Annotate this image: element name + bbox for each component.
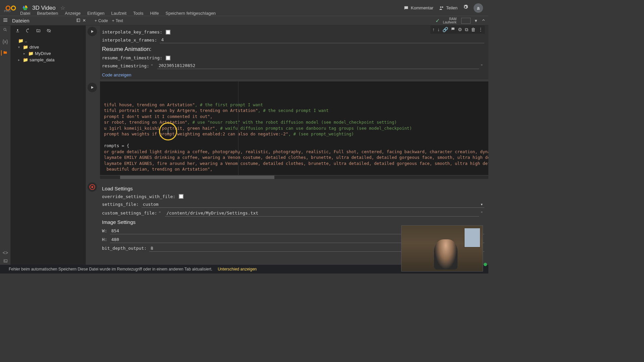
checkbox-input[interactable]: [179, 194, 183, 199]
tree-parent-dir[interactable]: 📁 ..: [13, 38, 83, 44]
folder-icon: 📁: [23, 45, 28, 50]
pro-badge: PRO: [4, 9, 11, 13]
quote: ": [480, 63, 483, 68]
save-status-error[interactable]: Speichern fehlgeschlagen: [162, 9, 219, 17]
image-settings-heading: Image Settings: [102, 219, 484, 225]
visibility-off-icon[interactable]: [47, 28, 51, 34]
form-label: interpolate_key_frames:: [102, 29, 162, 35]
code-cell-body[interactable]: tiful house, trending on Artstation", # …: [100, 81, 488, 179]
svg-point-2: [440, 6, 441, 8]
checkbox-input[interactable]: [166, 30, 170, 35]
refresh-icon[interactable]: [26, 28, 30, 34]
menu-hilfe[interactable]: Hilfe: [147, 9, 162, 17]
hamburger-icon[interactable]: [3, 17, 8, 24]
code-editor[interactable]: tiful house, trending on Artstation", # …: [100, 81, 488, 175]
load-settings-heading: Load Settings: [102, 186, 484, 191]
delete-icon[interactable]: 🗑: [471, 27, 476, 33]
checkmark-icon: ✓: [435, 17, 440, 24]
horizontal-scrollbar[interactable]: [100, 176, 488, 179]
sidebar-titlebar: Dateien ✕: [3, 18, 89, 23]
ruler-line: [238, 81, 238, 175]
terminal-icon[interactable]: [3, 259, 8, 264]
ram-info[interactable]: RAM Laufwerk: [443, 17, 457, 24]
upload-icon[interactable]: [15, 28, 20, 34]
form-row-override-settings: override_settings_with_file:: [102, 194, 484, 199]
folder-icon: 📁: [23, 57, 28, 62]
mirror-icon[interactable]: ⧉: [465, 27, 468, 33]
comment-icon[interactable]: [451, 27, 455, 33]
add-code-button[interactable]: +Code: [95, 18, 108, 23]
svg-point-3: [442, 6, 443, 8]
code-cell-prompts: tiful house, trending on Artstation", # …: [86, 81, 488, 179]
plus-icon: +: [95, 18, 97, 23]
tree-item-drive[interactable]: ▾ 📁 drive: [13, 44, 83, 50]
webcam-scene: [401, 226, 483, 271]
close-panel-icon[interactable]: ✕: [83, 18, 86, 23]
form-row-settings-file: settings_file: custom ▾: [102, 201, 484, 208]
checkbox-input[interactable]: [166, 56, 170, 60]
mount-drive-icon[interactable]: [36, 28, 41, 34]
arrow-up-icon[interactable]: ↑: [432, 27, 435, 33]
interpolate-x-frames-input[interactable]: [160, 37, 484, 43]
form-label: interpolate_x_frames:: [102, 38, 157, 43]
quote: ": [480, 210, 483, 216]
arrow-down-icon[interactable]: ↓: [437, 27, 440, 33]
show-diff-link[interactable]: Unterschied anzeigen: [218, 267, 257, 272]
link-icon[interactable]: 🔗: [442, 27, 448, 33]
gear-icon[interactable]: [463, 4, 468, 11]
add-text-button[interactable]: +Text: [112, 18, 123, 23]
webcam-overlay: [401, 225, 483, 272]
comment-button[interactable]: Kommentar: [404, 5, 433, 11]
scrollbar-thumb[interactable]: [120, 176, 274, 179]
tree-item-sampledata[interactable]: ▸ 📁 sample_data: [13, 57, 83, 63]
menu-datei[interactable]: Datei: [17, 9, 34, 17]
form-row-resume-from-timestring: resume_from_timestring:: [102, 55, 484, 60]
tree-label: sample_data: [30, 57, 54, 62]
menu-einfuegen[interactable]: Einfügen: [84, 9, 108, 17]
menu-bearbeiten[interactable]: Bearbeiten: [34, 9, 61, 17]
cell-gutter: [86, 81, 99, 179]
chevron-down-icon: ▾: [480, 202, 483, 207]
run-button[interactable]: [88, 83, 97, 92]
add-text-label: Text: [116, 18, 123, 23]
folder-icon[interactable]: [1, 50, 7, 56]
code-snippet-icon[interactable]: <>: [3, 250, 8, 255]
variables-icon[interactable]: {x}: [2, 39, 8, 44]
svg-rect-8: [4, 260, 7, 262]
file-tree: 📁 .. ▾ 📁 drive ▸ 📁 MyDrive ▸ 📁 sample_da…: [11, 38, 86, 63]
settings-icon[interactable]: ⚙: [458, 27, 462, 33]
avatar[interactable]: a: [474, 3, 483, 13]
show-code-link[interactable]: Code anzeigen: [102, 72, 484, 77]
form-label: W:: [102, 228, 107, 233]
menu-tools[interactable]: Tools: [130, 9, 147, 17]
menu-laufzeit[interactable]: Laufzeit: [108, 9, 130, 17]
form-label: settings_file:: [102, 202, 139, 207]
settings-file-select[interactable]: custom ▾: [142, 201, 484, 208]
expand-icon[interactable]: [481, 18, 486, 23]
svg-point-5: [4, 28, 6, 31]
quote: ": [151, 63, 153, 68]
left-rail: {x}: [0, 25, 11, 274]
add-buttons: +Code +Text: [95, 18, 123, 23]
resume-timestring-input[interactable]: [157, 62, 479, 69]
run-button-stop[interactable]: [88, 182, 97, 192]
people-icon: [439, 5, 444, 11]
share-button[interactable]: Teilen: [439, 5, 458, 11]
svg-rect-7: [92, 186, 93, 188]
settings-file-value: custom: [143, 202, 159, 207]
caret-down-icon: ▾: [18, 45, 21, 49]
tree-item-mydrive[interactable]: ▸ 📁 MyDrive: [13, 50, 83, 57]
search-icon[interactable]: [3, 27, 7, 33]
run-button[interactable]: [88, 27, 97, 36]
cell-gutter: [86, 25, 99, 79]
webcam-person: [434, 239, 458, 269]
runtime-menu-caret-icon[interactable]: ▼: [474, 18, 478, 23]
caret-right-icon: ▸: [23, 52, 27, 55]
quote: ": [158, 210, 161, 216]
menu-anzeige[interactable]: Anzeige: [61, 9, 84, 17]
resume-animation-heading: Resume Animation:: [102, 46, 484, 53]
more-icon[interactable]: ⋮: [478, 27, 483, 33]
form-row-resume-timestring: resume_timestring: " ": [102, 62, 484, 69]
custom-settings-file-input[interactable]: [165, 210, 479, 217]
new-window-icon[interactable]: [76, 18, 80, 23]
